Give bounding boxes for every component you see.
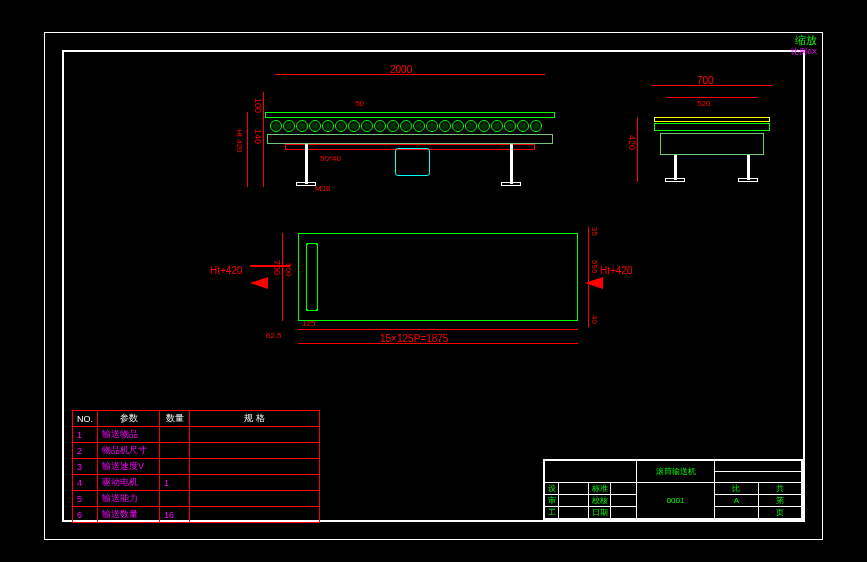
zoom-label: 缩放 — [795, 35, 817, 46]
dim-h3: Ht 420 — [235, 129, 244, 153]
dim-rail: 50*40 — [320, 154, 341, 163]
ext-line — [637, 117, 638, 182]
col-spec: 规 格 — [190, 411, 320, 427]
dim-plan-w1: 700 — [272, 260, 282, 275]
table-row: 6输送数量16 — [73, 507, 320, 523]
dim-length: 2000 — [390, 64, 412, 75]
dim-spacer: 50 — [355, 99, 364, 108]
ext-line — [263, 92, 264, 187]
dim-e2: 595 — [590, 260, 599, 273]
leg — [747, 155, 750, 180]
parts-table: NO. 参数 数量 规 格 1输送物品 2物品机尺寸 3输送速度V 4驱动电机1… — [72, 410, 320, 523]
leg — [674, 155, 677, 180]
ext-line — [247, 112, 248, 187]
frame-rail — [267, 134, 553, 144]
dim-side-h: 420 — [627, 135, 637, 150]
plan-view: Ht+420 Ht+420 700 500 35 595 40 125 62.5… — [280, 225, 595, 350]
drawing-sub: 0001 — [637, 483, 715, 519]
table-row: 4驱动电机1 — [73, 475, 320, 491]
dim-line — [667, 97, 757, 98]
leg — [305, 144, 308, 184]
dim-h2: 140 — [253, 129, 263, 144]
drawing-title: 滚筒输送机 — [637, 461, 715, 483]
side-elevation: 700 520 420 — [632, 85, 797, 200]
dim-line — [298, 329, 578, 330]
side-roller — [654, 123, 770, 131]
cad-viewport: 缩放 比例6X 2000 100 140 Ht 420 50*40 M16 50 — [0, 0, 867, 562]
ext-line — [282, 233, 283, 321]
col-qty: 数量 — [160, 411, 190, 427]
dim-h1: 100 — [253, 98, 263, 113]
table-row: 2物品机尺寸 — [73, 443, 320, 459]
foot — [501, 182, 521, 186]
plan-label-left: Ht+420 — [210, 265, 243, 276]
foot — [665, 178, 685, 182]
leg — [510, 144, 513, 184]
title-block: 滚筒输送机 设 标准 0001 比共 审 校核 A第 工 日期 页 — [543, 459, 803, 520]
dim-side-inner: 520 — [697, 99, 710, 108]
col-param: 参数 — [98, 411, 160, 427]
dim-pitch: 15×125P=1875 — [380, 333, 448, 344]
arrowhead-left — [250, 277, 268, 289]
dim-bolt: M16 — [315, 184, 331, 193]
table-row: 1输送物品 — [73, 427, 320, 443]
top-plate — [265, 112, 555, 118]
table-row: 5输送能力 — [73, 491, 320, 507]
dim-plan-w2: 500 — [284, 263, 293, 276]
dim-e5: 62.5 — [266, 331, 282, 340]
dim-e4: 125 — [302, 319, 315, 328]
table-header-row: NO. 参数 数量 规 格 — [73, 411, 320, 427]
scale-label: 比例6X — [791, 48, 817, 56]
front-elevation: 2000 100 140 Ht 420 50*40 M16 50 — [175, 74, 545, 204]
foot — [738, 178, 758, 182]
dim-e3: 40 — [590, 315, 599, 324]
motor-unit — [395, 148, 430, 176]
plan-outer — [298, 233, 578, 321]
plan-label-right: Ht+420 — [600, 265, 633, 276]
roller-row — [270, 120, 542, 132]
dim-e1: 35 — [590, 227, 599, 236]
foot — [296, 182, 316, 186]
table-row: 3输送速度V — [73, 459, 320, 475]
ext-line — [588, 227, 589, 327]
col-no: NO. — [73, 411, 98, 427]
side-top — [654, 117, 770, 122]
side-body — [660, 133, 764, 155]
dim-side-w: 700 — [697, 75, 714, 86]
